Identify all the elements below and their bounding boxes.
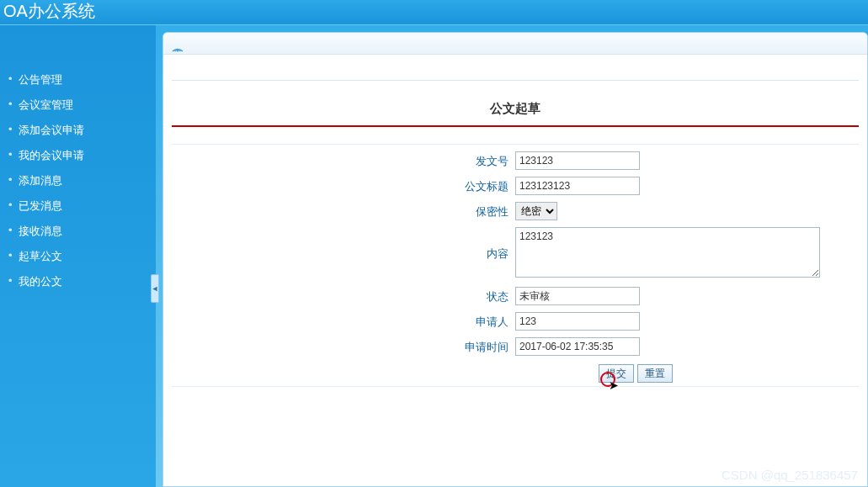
sidebar-collapse-handle[interactable]: ◄ bbox=[151, 274, 159, 303]
sidebar: 公告管理 会议室管理 添加会议申请 我的会议申请 添加消息 已发消息 接收消息 … bbox=[0, 25, 156, 487]
rss-icon bbox=[172, 42, 184, 50]
svg-point-0 bbox=[177, 50, 178, 52]
panel-tabbar bbox=[163, 33, 867, 55]
label-content: 内容 bbox=[172, 246, 515, 262]
sidebar-item-sent-message[interactable]: 已发消息 bbox=[0, 193, 156, 219]
label-status: 状态 bbox=[172, 287, 515, 304]
label-doc-title: 公文标题 bbox=[172, 177, 515, 194]
sidebar-item-add-message[interactable]: 添加消息 bbox=[0, 168, 156, 193]
input-apply-time[interactable] bbox=[515, 337, 640, 356]
watermark: CSDN @qq_251836457 bbox=[722, 468, 858, 482]
sidebar-item-draft-doc[interactable]: 起草公文 bbox=[0, 244, 156, 269]
page-title: 公文起草 bbox=[172, 81, 859, 125]
sidebar-item-meeting-room[interactable]: 会议室管理 bbox=[0, 93, 156, 118]
input-doc-title[interactable] bbox=[515, 177, 640, 195]
textarea-content[interactable] bbox=[515, 227, 820, 278]
sidebar-item-my-meeting[interactable]: 我的会议申请 bbox=[0, 143, 156, 168]
title-underline bbox=[172, 125, 859, 127]
app-title: OA办公系统 bbox=[3, 2, 95, 20]
label-doc-number: 发文号 bbox=[172, 151, 515, 169]
sidebar-item-add-meeting[interactable]: 添加会议申请 bbox=[0, 118, 156, 143]
input-doc-number[interactable] bbox=[515, 151, 640, 170]
sidebar-item-announcement[interactable]: 公告管理 bbox=[0, 67, 156, 93]
input-status[interactable] bbox=[515, 287, 640, 305]
sidebar-item-receive-message[interactable]: 接收消息 bbox=[0, 219, 156, 244]
label-secrecy: 保密性 bbox=[172, 202, 515, 220]
input-applicant[interactable] bbox=[515, 312, 640, 331]
main-panel: 公文起草 发文号 公文标题 保密性 bbox=[162, 32, 868, 487]
label-applicant: 申请人 bbox=[172, 312, 515, 330]
submit-button[interactable]: 提交 bbox=[599, 364, 634, 383]
app-header: OA办公系统 bbox=[0, 0, 868, 25]
draft-form: 发文号 公文标题 保密性 绝密 bbox=[172, 144, 859, 387]
sidebar-item-my-doc[interactable]: 我的公文 bbox=[0, 269, 156, 294]
label-apply-time: 申请时间 bbox=[172, 337, 515, 355]
select-secrecy[interactable]: 绝密 bbox=[515, 202, 557, 220]
reset-button[interactable]: 重置 bbox=[637, 364, 673, 383]
chevron-left-icon: ◄ bbox=[152, 284, 159, 293]
